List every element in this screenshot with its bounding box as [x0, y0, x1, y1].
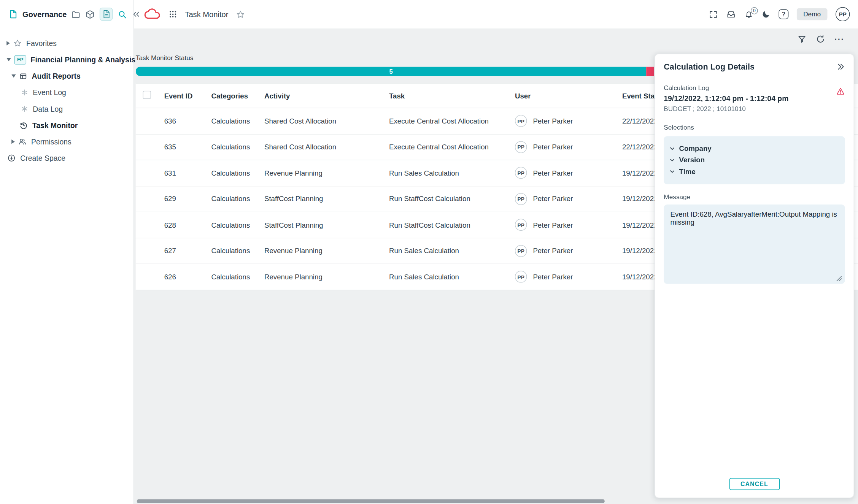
caret-right-icon[interactable]: [11, 139, 15, 144]
user-avatar: PP: [515, 115, 527, 127]
more-options-icon[interactable]: ···: [834, 34, 844, 43]
message-box: Event ID:628, AvgSalaryafterMerit:Output…: [664, 204, 845, 284]
sidebar-item-task-monitor[interactable]: Task Monitor: [0, 117, 133, 133]
select-all-checkbox[interactable]: [143, 91, 151, 99]
user-avatar: PP: [515, 219, 527, 231]
message-text: Event ID:628, AvgSalaryafterMerit:Output…: [671, 210, 839, 226]
calculation-log-details-panel: Calculation Log Details Calculation Log …: [655, 54, 854, 498]
log-context: BUDGET ; 2022 ; 10101010: [664, 105, 845, 113]
selections-box: Company Version Time: [664, 136, 845, 184]
favorite-star-icon[interactable]: [236, 10, 245, 19]
column-header-categories[interactable]: Categories: [211, 92, 264, 100]
user-name: Peter Parker: [533, 273, 573, 281]
collapse-sidebar-icon[interactable]: [132, 10, 141, 19]
horizontal-scrollbar: [136, 499, 858, 504]
fullscreen-icon[interactable]: [709, 10, 718, 19]
sidebar-item-event-log[interactable]: Event Log: [0, 84, 133, 101]
user-avatar: PP: [515, 167, 527, 179]
cell-event-id: 631: [164, 169, 211, 177]
folder-icon[interactable]: [71, 10, 80, 19]
selection-item-version[interactable]: Version: [669, 154, 839, 166]
sidebar-title: Governance: [22, 10, 67, 19]
column-header-event-id[interactable]: Event ID: [164, 92, 211, 100]
cell-categories: Calculations: [211, 143, 264, 151]
panel-title: Calculation Log Details: [664, 62, 755, 71]
cell-user: PP Peter Parker: [515, 141, 622, 153]
caret-down-icon[interactable]: [11, 74, 16, 78]
user-avatar: PP: [515, 245, 527, 257]
cancel-button[interactable]: CANCEL: [729, 478, 779, 490]
user-name: Peter Parker: [533, 195, 573, 203]
column-header-activity[interactable]: Activity: [264, 92, 389, 100]
chevron-down-icon: [669, 146, 675, 152]
cell-task: Run StaffCost Calculation: [389, 195, 515, 203]
filter-icon[interactable]: [797, 34, 806, 43]
search-icon[interactable]: [118, 10, 127, 19]
notifications-bell-icon[interactable]: 0: [744, 10, 753, 19]
selection-item-time[interactable]: Time: [669, 166, 839, 177]
help-icon[interactable]: ?: [779, 9, 788, 19]
cell-task: Execute Central Cost Allocation: [389, 117, 515, 125]
sidebar-header: Governance: [0, 0, 133, 29]
column-header-user[interactable]: User: [515, 92, 622, 100]
user-name: Peter Parker: [533, 247, 573, 255]
cell-user: PP Peter Parker: [515, 167, 622, 179]
cell-event-id: 626: [164, 273, 211, 281]
table-toolbar: ···: [134, 29, 858, 49]
cell-categories: Calculations: [211, 273, 264, 281]
inbox-icon[interactable]: [726, 9, 736, 19]
user-name: Peter Parker: [533, 221, 573, 229]
package-icon[interactable]: [85, 10, 94, 19]
star-icon: [13, 39, 22, 48]
sidebar-item-audit-reports[interactable]: Audit Reports: [0, 68, 133, 84]
user-name: Peter Parker: [533, 117, 573, 125]
brand-cloud-logo[interactable]: [143, 8, 162, 21]
cell-categories: Calculations: [211, 247, 264, 255]
refresh-icon[interactable]: [816, 34, 825, 43]
app-launcher-grid-icon[interactable]: [168, 10, 177, 19]
resize-handle-icon[interactable]: [836, 276, 842, 282]
column-header-task[interactable]: Task: [389, 92, 515, 100]
dark-mode-moon-icon[interactable]: [762, 10, 771, 19]
selection-item-company[interactable]: Company: [669, 143, 839, 154]
chevron-down-icon: [669, 168, 675, 174]
status-bar-error-segment[interactable]: [646, 67, 654, 76]
page-title: Task Monitor: [185, 10, 228, 19]
cell-categories: Calculations: [211, 221, 264, 229]
app-root: Governance: [0, 0, 858, 504]
documents-icon[interactable]: [100, 8, 113, 21]
report-grid-icon: [19, 72, 27, 80]
cell-task: Execute Central Cost Allocation: [389, 143, 515, 151]
sidebar-item-permissions[interactable]: Permissions: [0, 133, 133, 150]
user-avatar-menu[interactable]: PP: [836, 7, 850, 21]
create-space-button[interactable]: Create Space: [0, 150, 133, 166]
caret-down-icon[interactable]: [6, 58, 11, 62]
warning-icon: [836, 87, 845, 96]
status-bar-count: 5: [389, 68, 392, 74]
message-label: Message: [664, 193, 845, 201]
cell-categories: Calculations: [211, 117, 264, 125]
sidebar-item-data-log[interactable]: Data Log: [0, 101, 133, 117]
cell-categories: Calculations: [211, 169, 264, 177]
cell-categories: Calculations: [211, 195, 264, 203]
top-header: Task Monitor 0 ? Demo PP: [134, 0, 858, 29]
cell-activity: Revenue Planning: [264, 169, 389, 177]
cell-activity: StaffCost Planning: [264, 221, 389, 229]
sidebar-item-fpa-space[interactable]: FP Financial Planning & Analysis: [0, 51, 133, 68]
status-bar-success-segment[interactable]: 5: [136, 67, 646, 76]
horizontal-scrollbar-thumb[interactable]: [137, 499, 605, 503]
chevron-down-icon: [669, 157, 675, 163]
process-icon: [21, 89, 29, 96]
sidebar: Governance: [0, 0, 134, 504]
collapse-panel-icon[interactable]: [836, 62, 845, 71]
governance-app-icon: [8, 9, 18, 19]
cell-user: PP Peter Parker: [515, 115, 622, 127]
navigation-tree: Favorites FP Financial Planning & Analys…: [0, 35, 133, 166]
cell-event-id: 629: [164, 195, 211, 203]
cell-user: PP Peter Parker: [515, 271, 622, 283]
cell-activity: Shared Cost Allocation: [264, 117, 389, 125]
caret-right-icon[interactable]: [6, 41, 10, 46]
user-avatar: PP: [515, 193, 527, 205]
sidebar-item-favorites[interactable]: Favorites: [0, 35, 133, 51]
cell-user: PP Peter Parker: [515, 193, 622, 205]
